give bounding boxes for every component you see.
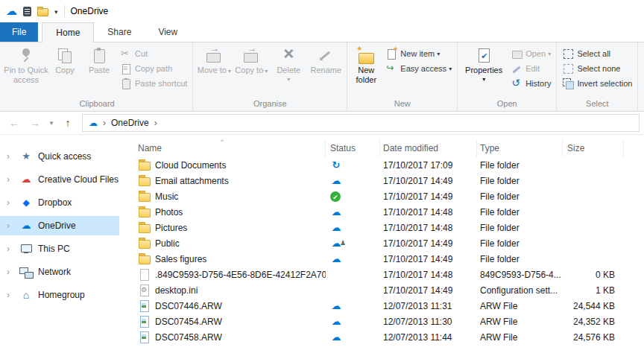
column-header-date-modified[interactable]: Date modified [380,139,477,157]
table-row[interactable]: DSC07458.ARW 12/07/2013 11:44 ARW File 2… [119,329,644,345]
sync-status-icon [330,331,342,343]
copy-path-button[interactable]: Copy path [117,61,190,76]
delete-button[interactable]: Delete [270,43,307,95]
table-row[interactable]: Pictures 17/10/2017 14:48 File folder [119,220,644,235]
up-button[interactable] [58,114,78,132]
folder-icon [138,238,151,249]
column-header-status[interactable]: Status [326,139,380,157]
sync-status-icon [330,285,342,296]
history-button[interactable]: History [508,76,554,91]
invert-selection-button[interactable]: Invert selection [559,76,635,91]
navigation-pane: Quick access Creative Cloud Files Dropbo… [0,135,119,362]
sync-status-icon [330,175,342,187]
sync-status-icon [330,206,342,218]
edit-button[interactable]: Edit [508,61,554,76]
table-row[interactable]: DSC07446.ARW 12/07/2013 11:31 ARW File 2… [119,298,644,314]
table-row[interactable]: DSC07454.ARW 12/07/2013 11:30 ARW File 2… [119,314,644,329]
pin-to-quick-access-button[interactable]: Pin to Quick access [4,43,48,95]
tab-file[interactable]: File [0,22,38,42]
table-row[interactable]: Public 17/10/2017 14:49 File folder [119,235,644,251]
properties-button[interactable]: Properties [460,43,508,95]
ribbon-group-clipboard: Pin to Quick access Copy Paste Cut [1,42,193,111]
file-size [563,251,624,267]
open-button[interactable]: Open [508,46,554,61]
address-bar[interactable]: OneDrive [82,114,640,132]
folder-icon [138,206,151,217]
dropdown-caret-icon [449,65,452,72]
back-button[interactable] [4,114,24,132]
rename-button[interactable]: Rename [307,43,344,95]
file-type: File folder [477,173,563,188]
sidebar-item-homegroup[interactable]: Homegroup [0,285,119,305]
open-icon [511,48,523,60]
column-header-type[interactable]: Type [477,139,563,157]
chevron-right-icon[interactable] [7,290,14,300]
sidebar-item-network[interactable]: Network [0,262,119,282]
chevron-right-icon[interactable] [7,197,14,208]
chevron-right-icon[interactable] [7,174,14,185]
column-header-size[interactable]: Size [563,139,624,157]
table-row[interactable]: .849C9593-D756-4E56-8D6E-42412F2A707B 17… [119,267,644,282]
move-to-button[interactable]: Move to [195,43,233,95]
table-row[interactable]: Music 17/10/2017 14:49 File folder [119,188,644,204]
cut-button[interactable]: Cut [117,46,190,61]
edit-label: Edit [525,64,540,73]
sync-status-icon [330,222,342,234]
new-item-button[interactable]: New item [382,46,455,61]
table-row[interactable]: Photos 17/10/2017 14:48 File folder [119,204,644,220]
dropdown-caret-icon [265,67,268,74]
file-size [563,157,624,173]
select-none-button[interactable]: Select none [559,61,635,76]
copy-path-label: Copy path [135,64,172,73]
date-modified: 17/10/2017 14:49 [380,235,477,251]
computer-icon [19,243,33,255]
chevron-right-icon[interactable] [7,220,14,231]
paste-button[interactable]: Paste [81,43,117,95]
column-header-name[interactable]: ^ Name [119,139,326,157]
file-name: DSC07458.ARW [155,332,222,343]
tab-home[interactable]: Home [42,22,94,42]
table-row[interactable]: Email attachments 17/10/2017 14:49 File … [119,173,644,188]
table-row[interactable]: Sales figures 17/10/2017 14:49 File fold… [119,251,644,267]
select-all-button[interactable]: Select all [559,46,635,61]
qat-properties-icon[interactable] [23,7,31,16]
file-type: File folder [477,220,563,235]
table-row[interactable]: Cloud Documents 17/10/2017 17:09 File fo… [119,157,644,173]
file-type: Configuration sett... [477,282,563,298]
breadcrumb-chevron-icon[interactable] [154,118,157,128]
sidebar-item-this-pc[interactable]: This PC [0,239,119,258]
forward-button[interactable] [25,114,45,132]
delete-icon [280,46,297,64]
file-name: Cloud Documents [155,160,226,171]
copy-to-button[interactable]: Copy to [233,43,270,95]
qat-new-folder-icon[interactable] [37,8,48,16]
recent-locations-dropdown[interactable] [46,114,57,132]
move-to-label: Move to [198,66,227,75]
easy-access-button[interactable]: Easy access [382,61,455,76]
paste-shortcut-button[interactable]: Paste shortcut [117,76,190,91]
tab-view[interactable]: View [145,22,191,42]
chevron-right-icon[interactable] [7,151,14,162]
file-size: 24,352 KB [563,314,624,329]
chevron-right-icon[interactable] [7,267,14,277]
table-row[interactable]: desktop.ini 17/10/2017 14:49 Configurati… [119,282,644,298]
sidebar-item-creative-cloud-files[interactable]: Creative Cloud Files [0,170,119,189]
invert-selection-label: Invert selection [577,79,632,88]
breadcrumb-chevron-icon[interactable] [103,118,106,128]
sidebar-item-onedrive[interactable]: OneDrive [0,216,119,235]
sidebar-item-dropbox[interactable]: Dropbox [0,193,119,212]
column-header-size-label: Size [567,143,584,153]
properties-label: Properties [465,66,502,75]
qat-customize-dropdown-icon[interactable] [54,6,58,16]
image-file-icon [138,331,151,343]
copy-button[interactable]: Copy [48,43,81,95]
new-folder-button[interactable]: New folder [350,43,382,95]
date-modified: 12/07/2013 11:31 [380,298,477,314]
breadcrumb-onedrive[interactable]: OneDrive [111,118,149,128]
tab-share[interactable]: Share [94,22,145,42]
star-icon [19,150,33,162]
chevron-right-icon[interactable] [7,244,14,254]
sidebar-item-quick-access[interactable]: Quick access [0,147,119,166]
dropbox-icon [19,197,33,209]
dropdown-caret-icon [287,75,290,83]
